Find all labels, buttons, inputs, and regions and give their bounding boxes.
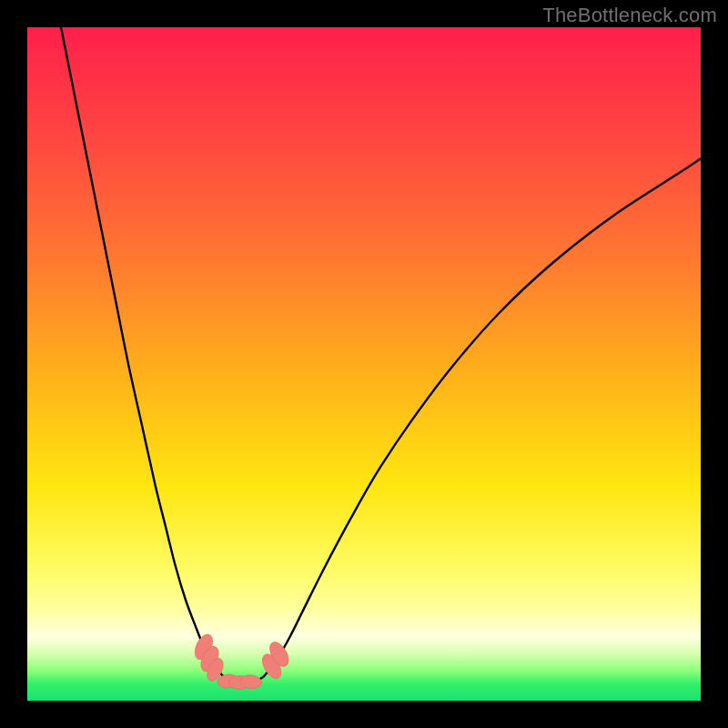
- chart-frame: TheBottleneck.com: [0, 0, 728, 728]
- watermark-text: TheBottleneck.com: [542, 4, 717, 27]
- plot-area: [27, 27, 701, 701]
- chart-svg: [27, 27, 701, 701]
